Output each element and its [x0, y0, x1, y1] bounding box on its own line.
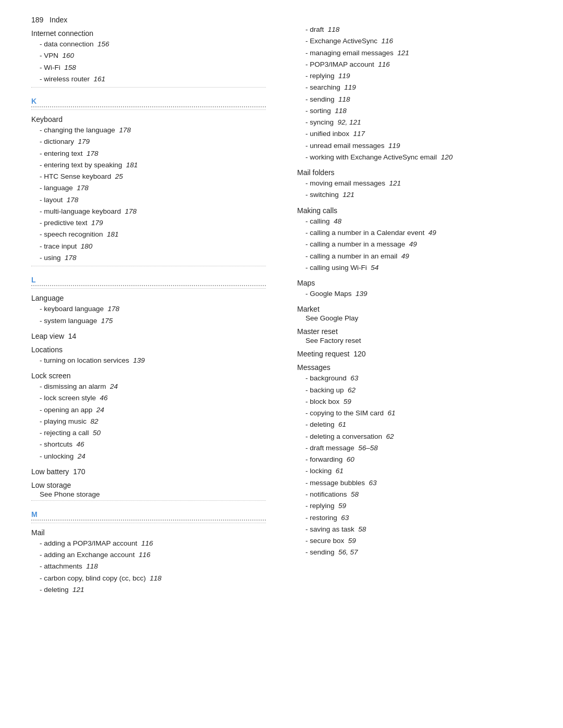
list-item: - unlocking 24	[31, 451, 266, 462]
section-letter-k: K	[31, 97, 266, 107]
page-number: 120	[353, 350, 365, 358]
list-item: - replying 59	[297, 500, 532, 512]
list-item: - opening an app 24	[31, 404, 266, 416]
list-item: - draft 118	[297, 24, 532, 35]
entry-heading: Locations	[31, 346, 266, 354]
page-number: 48	[334, 217, 341, 225]
list-item: - shortcuts 46	[31, 439, 266, 450]
list-item: - Exchange ActiveSync 116	[297, 35, 532, 47]
page-number: 118	[335, 107, 347, 115]
list-item: - backing up 62	[297, 385, 532, 396]
page-header: 189 Index	[31, 16, 532, 24]
list-item: - layout 178	[31, 194, 266, 206]
page-number: 178	[65, 254, 77, 262]
list-item: - background 63	[297, 373, 532, 384]
page-number: 160	[63, 52, 75, 59]
page-number: 24	[78, 452, 85, 460]
list-item: - Wi-Fi 158	[31, 62, 266, 73]
page-number: 24	[110, 382, 118, 390]
see-reference: See Factory reset	[297, 337, 532, 344]
page-number: 139	[133, 356, 145, 364]
list-item: - entering text 178	[31, 148, 266, 159]
list-item: - sending 56, 57	[297, 547, 532, 558]
page-number: 59	[338, 502, 346, 510]
page-number: 56, 57	[338, 548, 358, 556]
page-number: 62	[386, 433, 394, 440]
list-item: - locking 61	[297, 465, 532, 477]
list-item: - predictive text 179	[31, 217, 266, 229]
list-item: - block box 59	[297, 396, 532, 408]
page-number: 92, 121	[338, 118, 361, 126]
list-item: - forwarding 60	[297, 454, 532, 465]
page-number: 178	[119, 126, 131, 134]
list-item: - deleting 121	[31, 584, 266, 596]
list-item: - calling 48	[297, 216, 532, 227]
page-number: 117	[353, 130, 365, 138]
page-number: 82	[91, 417, 99, 425]
list-item: - calling a number in a Calendar event 4…	[297, 227, 532, 239]
page-number: 119	[344, 83, 356, 91]
list-item: - keyboard language 178	[31, 303, 266, 315]
page-number: 158	[64, 64, 76, 71]
page-number: 118	[86, 562, 98, 570]
list-item: - changing the language 178	[31, 125, 266, 136]
list-item: - sending 118	[297, 94, 532, 105]
list-item: - replying 119	[297, 70, 532, 82]
page-number: 178	[77, 184, 89, 192]
see-reference: See Phone storage	[31, 490, 266, 498]
page-number: 56–58	[358, 444, 378, 452]
page-number: 178	[67, 196, 79, 204]
page-number: 63	[369, 479, 377, 487]
page-number: 62	[348, 386, 356, 394]
list-item: - unread email messages 119	[297, 140, 532, 152]
page-number: 61	[388, 409, 396, 417]
page-number: 49	[429, 229, 436, 237]
list-item: - wireless router 161	[31, 73, 266, 85]
list-item: - dismissing an alarm 24	[31, 381, 266, 392]
page-number: 121	[389, 179, 401, 187]
section-letter-l: L	[31, 276, 266, 286]
page-number: 161	[94, 75, 106, 83]
list-item: - draft message 56–58	[297, 442, 532, 454]
list-item: - playing music 82	[31, 416, 266, 427]
page-number: 179	[91, 219, 103, 227]
page-number: 63	[350, 374, 358, 382]
list-item: - switching 121	[297, 189, 532, 201]
entry-heading: Maps	[297, 279, 532, 287]
page-number: 50	[93, 429, 101, 437]
list-item: - restoring 63	[297, 512, 532, 524]
list-item: - calling using Wi-Fi 54	[297, 262, 532, 274]
page-number: 181	[107, 230, 119, 238]
page-number: 118	[328, 26, 340, 33]
list-item: - adding a POP3/IMAP account 116	[31, 538, 266, 549]
page-number: 119	[338, 72, 350, 80]
page-number: 46	[77, 440, 84, 448]
list-item: - turning on location services 139	[31, 355, 266, 366]
list-item: - sorting 118	[297, 105, 532, 117]
list-item: - deleting a conversation 62	[297, 431, 532, 442]
list-item: - calling a number in an email 49	[297, 251, 532, 262]
list-item: - message bubbles 63	[297, 477, 532, 489]
page-number: 25	[115, 172, 123, 180]
list-item: - language 178	[31, 182, 266, 194]
page-number: 116	[378, 60, 390, 68]
page-number: 61	[336, 467, 344, 475]
list-item: - lock screen style 46	[31, 392, 266, 404]
list-item: - entering text by speaking 181	[31, 159, 266, 171]
entry-heading: Market	[297, 305, 532, 313]
left-column: Internet connection- data connection 156…	[31, 24, 266, 596]
page-number: 63	[341, 514, 349, 522]
page-number: 178	[125, 207, 137, 215]
section-letter-m: M	[31, 510, 266, 521]
entry-heading: Low battery 170	[31, 467, 266, 476]
list-item: - multi-language keyboard 178	[31, 206, 266, 217]
page-number: 121	[72, 586, 84, 594]
entry-heading: Leap view 14	[31, 332, 266, 340]
list-item: - data connection 156	[31, 39, 266, 50]
list-item: - POP3/IMAP account 116	[297, 59, 532, 70]
list-item: - attachments 118	[31, 561, 266, 572]
entry-heading: Lock screen	[31, 372, 266, 380]
page-number: 49	[409, 240, 417, 248]
page-number: 179	[78, 138, 90, 145]
page-number: 58	[358, 525, 366, 533]
